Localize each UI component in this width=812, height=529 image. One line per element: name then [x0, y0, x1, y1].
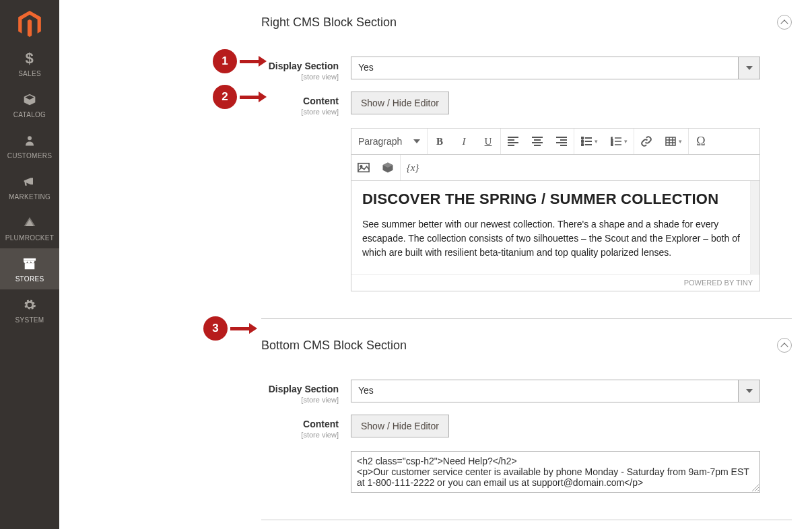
caret-down-icon [413, 139, 420, 143]
field-scope: [store view] [59, 396, 339, 404]
nav-plumrocket[interactable]: PLUMROCKET [0, 207, 59, 248]
field-scope: [store view] [59, 73, 339, 81]
editor-paragraph: See summer better with our newest collec… [362, 217, 749, 260]
editor-heading: DISCOVER THE SPRING / SUMMER COLLECTION [362, 190, 749, 208]
annotation-circle: 2 [213, 85, 237, 109]
svg-point-1 [28, 136, 32, 140]
annotation-3: 3 [203, 316, 257, 341]
svg-point-19 [581, 144, 583, 146]
bold-icon[interactable]: B [428, 130, 452, 153]
editor-content[interactable]: DISCOVER THE SPRING / SUMMER COLLECTION … [351, 181, 759, 274]
plumrocket-icon [22, 215, 37, 230]
nav-sales[interactable]: $ SALES [0, 43, 59, 84]
select-value: Yes [351, 380, 738, 402]
section-title: Bottom CMS Block Section [261, 339, 407, 353]
nav-stores[interactable]: STORES [0, 248, 59, 289]
nav-label: CATALOG [13, 111, 46, 118]
editor-toolbar: Paragraph B I U [351, 129, 759, 155]
content-area: Right CMS Block Section Display Section … [59, 0, 812, 529]
annotation-circle: 1 [213, 49, 237, 73]
megaphone-icon [22, 174, 37, 189]
arrow-right-icon [230, 328, 257, 329]
format-label: Paragraph [358, 136, 402, 147]
svg-line-36 [757, 490, 759, 491]
collapse-icon[interactable] [777, 338, 792, 353]
svg-rect-2 [25, 263, 35, 269]
section-body-right: Display Section [store view] Yes Content… [59, 40, 812, 318]
caret-down-icon [738, 57, 759, 79]
variable-icon[interactable]: {x} [401, 156, 425, 179]
nav-marketing[interactable]: MARKETING [0, 166, 59, 207]
arrow-right-icon [240, 61, 267, 62]
align-center-icon[interactable] [525, 130, 549, 153]
bullet-list-icon[interactable]: ▾ [574, 130, 604, 153]
arrow-right-icon [240, 96, 267, 98]
svg-text:3: 3 [611, 143, 613, 146]
align-right-icon[interactable] [549, 130, 574, 153]
wysiwyg-editor: Paragraph B I U [351, 128, 760, 291]
person-icon [22, 133, 37, 148]
field-label: Content [303, 96, 339, 106]
italic-icon[interactable]: I [452, 130, 476, 153]
section-header-facebook[interactable]: Facebook Page Section [261, 520, 812, 529]
format-select[interactable]: Paragraph [351, 130, 427, 153]
editor-footer: POWERED BY TINY [351, 274, 759, 291]
resize-handle-icon[interactable] [752, 485, 759, 491]
nav-label: STORES [15, 275, 44, 283]
svg-point-17 [581, 141, 583, 143]
widget-icon[interactable] [376, 156, 400, 179]
field-scope: [store view] [59, 108, 339, 116]
gear-icon [22, 297, 37, 312]
nav-label: SALES [18, 70, 41, 77]
image-icon[interactable] [351, 156, 376, 179]
display-section-select-bottom[interactable]: Yes [351, 380, 760, 402]
section-header-right[interactable]: Right CMS Block Section [261, 0, 812, 40]
magento-logo [16, 11, 43, 38]
caret-down-icon [738, 380, 759, 402]
admin-sidebar: $ SALES CATALOG CUSTOMERS MARKETING PLUM… [0, 0, 59, 529]
select-value: Yes [351, 57, 738, 79]
align-left-icon[interactable] [501, 130, 525, 153]
table-icon[interactable]: ▾ [658, 130, 688, 153]
scrollbar[interactable] [750, 181, 759, 274]
numbered-list-icon[interactable]: 123▾ [604, 130, 634, 153]
field-content-bottom: Content [store view] Show / Hide Editor … [59, 415, 792, 493]
field-scope: [store view] [59, 431, 339, 439]
link-icon[interactable] [634, 130, 658, 153]
show-hide-editor-button[interactable]: Show / Hide Editor [351, 92, 449, 114]
collapse-icon[interactable] [777, 15, 792, 30]
field-display-section-bottom: Display Section [store view] Yes [59, 380, 792, 404]
editor-toolbar-row2: {x} [351, 155, 759, 181]
nav-customers[interactable]: CUSTOMERS [0, 125, 59, 166]
field-content: Content [store view] Show / Hide Editor … [59, 92, 792, 291]
annotation-2: 2 [213, 85, 267, 109]
nav-label: CUSTOMERS [7, 152, 52, 160]
store-icon [22, 256, 37, 271]
nav-label: MARKETING [9, 193, 50, 201]
box-icon [22, 92, 37, 107]
nav-system[interactable]: SYSTEM [0, 289, 59, 330]
section-header-bottom[interactable]: Bottom CMS Block Section [261, 319, 812, 363]
section-title: Right CMS Block Section [261, 15, 397, 30]
svg-text:$: $ [25, 51, 33, 66]
field-label: Display Section [269, 384, 339, 394]
field-display-section: Display Section [store view] Yes [59, 57, 792, 81]
omega-icon[interactable]: Ω [689, 130, 713, 153]
display-section-select[interactable]: Yes [351, 57, 760, 79]
dollar-icon: $ [22, 51, 37, 66]
content-textarea[interactable]: <h2 class="csp-h2">Need Help?</h2> <p>Ou… [351, 451, 760, 493]
svg-rect-27 [666, 137, 675, 145]
underline-icon[interactable]: U [476, 130, 500, 153]
svg-point-15 [581, 137, 583, 139]
annotation-circle: 3 [203, 316, 228, 341]
nav-label: PLUMROCKET [5, 234, 54, 242]
nav-label: SYSTEM [15, 316, 44, 324]
field-label: Content [303, 419, 339, 429]
section-body-bottom: Display Section [store view] Yes Content… [59, 363, 812, 520]
field-label: Display Section [269, 61, 339, 71]
nav-catalog[interactable]: CATALOG [0, 84, 59, 125]
annotation-1: 1 [213, 49, 267, 73]
show-hide-editor-button-bottom[interactable]: Show / Hide Editor [351, 415, 449, 437]
